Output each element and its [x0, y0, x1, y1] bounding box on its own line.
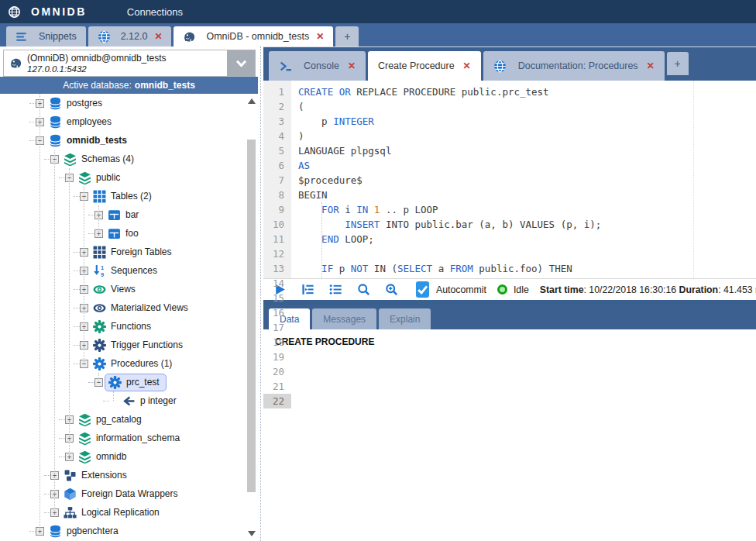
find-replace-button[interactable] [385, 283, 398, 296]
result-separator[interactable] [263, 300, 756, 305]
tree-item-postgres[interactable]: +postgres [0, 94, 258, 112]
code-line[interactable]: LANGUAGE plpgsql [291, 143, 756, 158]
sql-text: $procedure$ [298, 174, 363, 186]
sql-keyword: OR [339, 86, 351, 98]
tree-item-foo[interactable]: +foo [0, 224, 258, 243]
tab-omnidb-omnidb-tests[interactable]: OmniDB - omnidb_tests✕ [174, 26, 333, 47]
eye-icon [93, 302, 106, 315]
tree-item-label: Extensions [81, 470, 127, 481]
tree-item-tables-2[interactable]: −Tables (2) [0, 187, 258, 205]
tree-item-views[interactable]: +Views [0, 280, 258, 298]
line-number: 6 [263, 158, 291, 173]
tab-snippets[interactable]: Snippets [6, 26, 86, 47]
close-tab-icon[interactable]: ✕ [463, 60, 471, 71]
tree-item-label: Functions [111, 321, 151, 332]
database-tree: +postgres+employees−omnidb_tests−Schemas… [0, 94, 258, 541]
tree-item-pg-catalog[interactable]: +pg_catalog [0, 410, 258, 429]
scroll-up-icon[interactable] [248, 98, 256, 104]
line-number: 5 [263, 143, 291, 158]
code-line[interactable]: ) [291, 129, 756, 143]
tree-item-sequences[interactable]: +19Sequences [0, 261, 258, 280]
code-line[interactable]: $procedure$ [291, 173, 756, 188]
close-tab-icon[interactable]: ✕ [348, 60, 356, 71]
tree-item-employees[interactable]: +employees [0, 112, 258, 131]
tree-item-label: pg_catalog [96, 414, 142, 425]
tree-item-foreign-tables[interactable]: +Foreign Tables [0, 243, 258, 261]
tree-connector-stub [44, 494, 50, 494]
indent-sql-button[interactable] [301, 283, 314, 296]
connection-selector[interactable]: (OmniDB) omnidb@omnidb_tests 127.0.0.1:5… [3, 50, 256, 77]
scroll-down-icon[interactable] [248, 531, 256, 536]
tree-item-schemas-4[interactable]: −Schemas (4) [0, 150, 258, 168]
find-button[interactable] [357, 283, 370, 296]
connection-dropdown-button[interactable] [227, 50, 255, 76]
globe-icon [493, 60, 507, 73]
sequence-icon: 19 [93, 264, 106, 277]
panel-splitter[interactable] [258, 47, 263, 541]
tree-item-extensions[interactable]: +Extensions [0, 466, 258, 484]
line-number: 16 [263, 305, 291, 320]
new-inner-tab-button[interactable]: + [667, 52, 689, 75]
tree-item-foreign-data-wrappers[interactable]: +Foreign Data Wrappers [0, 484, 258, 503]
tree-item-label: omnidb [96, 451, 126, 462]
sql-text [333, 86, 339, 98]
tree-item-functions[interactable]: +Functions [0, 317, 258, 336]
code-line[interactable]: INSERT INTO public.foo (a) VALUES (p); [291, 276, 756, 278]
tree-connector-line [113, 391, 114, 401]
autocommit-checkbox[interactable] [416, 281, 429, 298]
result-tab-messages[interactable]: Messages [312, 308, 376, 329]
schema-icon [64, 153, 77, 166]
tree-connector-stub [59, 457, 65, 457]
sql-text: a [432, 263, 450, 274]
code-line[interactable]: ( [291, 99, 756, 114]
menu-connections[interactable]: Connections [127, 6, 183, 18]
tree-item-omnidb-tests[interactable]: −omnidb_tests [0, 131, 258, 150]
toolbar-buttons [273, 283, 413, 296]
code-line[interactable]: FOR i IN 1 .. p LOOP [291, 202, 756, 217]
code-line[interactable]: IF p NOT IN (SELECT a FROM public.foo) T… [291, 261, 756, 276]
close-tab-icon[interactable]: ✕ [647, 60, 655, 71]
tree-item-public[interactable]: −public [0, 168, 258, 187]
tree-item-label: omnidb_tests [67, 135, 127, 146]
scrollbar-thumb[interactable] [247, 140, 256, 492]
command-history-button[interactable] [329, 283, 342, 296]
tree-connector-stub [44, 159, 50, 160]
code-line[interactable]: END LOOP; [291, 232, 756, 246]
sql-editor[interactable]: 12345678910111213141516171819202122 CREA… [263, 81, 756, 279]
tree-item-information-schema[interactable]: +information_schema [0, 429, 258, 447]
tree-item-label: bar [125, 209, 139, 220]
tree-item-label: pgbenchtera [67, 525, 119, 536]
tree-item-p-integer[interactable]: p integer [0, 391, 258, 410]
selected-node-highlight[interactable]: prc_test [105, 374, 167, 391]
tree-item-logical-replication[interactable]: +Logical Replication [0, 503, 258, 522]
inner-tab-console[interactable]: Console✕ [269, 51, 366, 81]
code-line[interactable]: BEGIN [291, 188, 756, 202]
sql-text: p [298, 115, 333, 127]
new-connection-tab-button[interactable]: + [335, 26, 359, 47]
tree-item-omnidb[interactable]: +omnidb [0, 447, 258, 466]
inner-tab-documentation-procedures[interactable]: Documentation: Procedures✕ [483, 51, 665, 81]
sql-keyword: INSERT [345, 277, 380, 278]
inner-tab-create-procedure[interactable]: Create Procedure✕ [368, 51, 481, 81]
close-tab-icon[interactable]: ✕ [154, 31, 162, 42]
result-tab-explain[interactable]: Explain [379, 308, 431, 329]
tree-scrollbar[interactable] [247, 97, 256, 538]
line-number: 19 [263, 350, 291, 364]
tree-item-procedures-1[interactable]: −Procedures (1) [0, 354, 258, 373]
code-line[interactable]: INSERT INTO public.bar (a, b) VALUES (p,… [291, 217, 756, 232]
tree-item-materialized-views[interactable]: +Materialized Views [0, 298, 258, 317]
tree-item-prc-test[interactable]: −prc_test [0, 373, 258, 391]
sql-keyword: IN [356, 204, 368, 215]
code-line[interactable] [291, 246, 756, 261]
tab-2-12-0[interactable]: 2.12.0✕ [88, 26, 172, 47]
tree-item-label: public [96, 172, 120, 183]
tree-item-pgbenchtera[interactable]: +pgbenchtera [0, 522, 258, 540]
code-line[interactable]: CREATE OR REPLACE PROCEDURE public.prc_t… [291, 84, 756, 99]
code-line[interactable]: AS [291, 158, 756, 173]
tree-item-bar[interactable]: +bar [0, 205, 258, 224]
tree-item-label: Foreign Data Wrappers [81, 488, 178, 499]
editor-code-area[interactable]: CREATE OR REPLACE PROCEDURE public.prc_t… [291, 81, 756, 278]
code-line[interactable]: p INTEGER [291, 114, 756, 129]
tree-item-trigger-functions[interactable]: +Trigger Functions [0, 336, 258, 354]
close-tab-icon[interactable]: ✕ [316, 31, 324, 42]
